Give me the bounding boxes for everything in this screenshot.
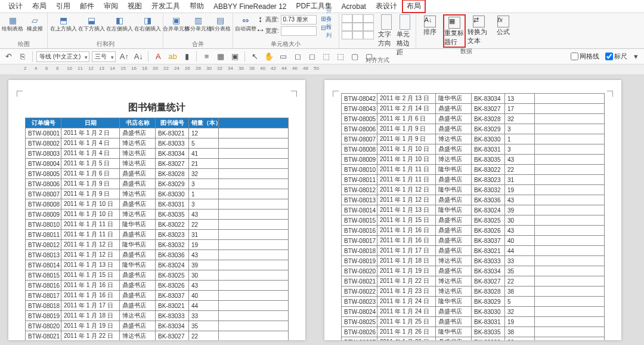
- table-cell[interactable]: 12: [189, 128, 219, 138]
- table-row[interactable]: BTW-080432011 年 2 月 14 日鼎盛书店BK-8302717: [342, 104, 605, 114]
- table-cell[interactable]: 44: [189, 301, 219, 311]
- table-cell[interactable]: 2011 年 2 月 14 日: [377, 104, 436, 114]
- table-cell[interactable]: 43: [505, 155, 535, 165]
- menu-review[interactable]: 审阅: [99, 0, 123, 13]
- table-cell[interactable]: BTW-08027: [342, 337, 377, 341]
- table-row[interactable]: BTW-080122011 年 1 月 12 日隆华书店BK-8303219: [342, 185, 605, 195]
- table-cell[interactable]: 鼎盛书店: [120, 270, 156, 281]
- undo-icon[interactable]: ↶: [2, 51, 14, 63]
- table-cell[interactable]: BK-83031: [472, 144, 505, 155]
- table-cell[interactable]: BK-83027: [472, 104, 505, 114]
- shape5-icon[interactable]: ▢: [349, 51, 361, 63]
- highlight-icon[interactable]: ab: [166, 51, 178, 63]
- table-cell[interactable]: BTW-08022: [342, 287, 377, 297]
- table-row[interactable]: BTW-080132011 年 1 月 12 日鼎盛书店BK-8303643: [342, 195, 605, 205]
- table-cell[interactable]: [535, 134, 605, 144]
- align-tc[interactable]: [352, 14, 363, 23]
- table-cell[interactable]: BTW-08010: [26, 220, 61, 230]
- table-row[interactable]: BTW-080062011 年 1 月 9 日鼎盛书店BK-830293: [26, 179, 289, 189]
- table-row[interactable]: BTW-080192011 年 1 月 18 日博达书店BK-8303333: [342, 256, 605, 266]
- table-cell[interactable]: [219, 159, 289, 169]
- table-cell[interactable]: [535, 327, 605, 337]
- table-cell[interactable]: 隆华书店: [120, 260, 156, 270]
- table-cell[interactable]: 17: [505, 104, 535, 114]
- table-cell[interactable]: 2011 年 1 月 9 日: [377, 124, 436, 134]
- table-cell[interactable]: BK-83024: [156, 260, 189, 270]
- table-cell[interactable]: BK-83025: [156, 270, 189, 281]
- table-cell[interactable]: 2011 年 1 月 10 日: [377, 155, 436, 165]
- select-icon[interactable]: ▭: [277, 51, 289, 63]
- table-cell[interactable]: 鼎盛书店: [436, 195, 472, 205]
- table-cell[interactable]: BTW-08008: [26, 199, 61, 210]
- align-tl[interactable]: [342, 14, 352, 23]
- table-icon[interactable]: ▣: [229, 51, 241, 63]
- menu-acrobat[interactable]: Acrobat: [337, 1, 371, 12]
- book-sales-table-continued[interactable]: BTW-080422011 年 2 月 13 日隆华书店BK-8303413BT…: [341, 93, 605, 340]
- column-header[interactable]: [219, 118, 289, 128]
- table-cell[interactable]: [219, 138, 289, 149]
- column-header[interactable]: 日期: [61, 118, 120, 128]
- table-cell[interactable]: BTW-08011: [26, 230, 61, 240]
- table-cell[interactable]: 2011 年 1 月 16 日: [377, 226, 436, 236]
- table-cell[interactable]: [219, 321, 289, 331]
- table-cell[interactable]: 2011 年 1 月 9 日: [377, 134, 436, 144]
- table-cell[interactable]: BK-83028: [472, 287, 505, 297]
- table-cell[interactable]: 博达书店: [120, 159, 156, 169]
- table-row[interactable]: BTW-080242011 年 1 月 24 日鼎盛书店BK-8303032: [342, 307, 605, 317]
- table-row[interactable]: BTW-080152011 年 1 月 15 日鼎盛书店BK-8302530: [26, 270, 289, 281]
- table-cell[interactable]: 博达书店: [120, 210, 156, 220]
- align-mr[interactable]: [363, 23, 374, 31]
- table-cell[interactable]: 鼎盛书店: [436, 337, 472, 341]
- table-row[interactable]: BTW-080052011 年 1 月 6 日鼎盛书店BK-8302832: [26, 169, 289, 179]
- table-cell[interactable]: [535, 287, 605, 297]
- table-cell[interactable]: 鼎盛书店: [436, 266, 472, 276]
- menu-table-design[interactable]: 表设计: [371, 0, 402, 13]
- insert-below-button[interactable]: ⬓在下方插入: [78, 14, 104, 33]
- table-row[interactable]: BTW-080252011 年 1 月 25 日鼎盛书店BK-8303119: [342, 317, 605, 327]
- table-cell[interactable]: 2011 年 1 月 24 日: [377, 297, 436, 307]
- table-cell[interactable]: [535, 276, 605, 287]
- table-cell[interactable]: [219, 199, 289, 210]
- align-mc[interactable]: [352, 23, 363, 31]
- table-cell[interactable]: BTW-08023: [342, 297, 377, 307]
- menu-layout[interactable]: 布局: [27, 0, 51, 13]
- table-cell[interactable]: BK-83037: [472, 236, 505, 246]
- table-cell[interactable]: 22: [505, 276, 535, 287]
- table-cell[interactable]: [535, 175, 605, 185]
- table-cell[interactable]: BK-83037: [156, 291, 189, 301]
- table-cell[interactable]: 32: [189, 169, 219, 179]
- table-cell[interactable]: 鼎盛书店: [120, 291, 156, 301]
- table-cell[interactable]: 隆华书店: [120, 220, 156, 230]
- table-cell[interactable]: 2011 年 1 月 11 日: [61, 220, 120, 230]
- table-cell[interactable]: BK-83031: [472, 317, 505, 327]
- table-cell[interactable]: BTW-08018: [26, 301, 61, 311]
- table-cell[interactable]: 隆华书店: [436, 205, 472, 215]
- table-cell[interactable]: 40: [189, 291, 219, 301]
- table-cell[interactable]: 2011 年 1 月 5 日: [61, 159, 120, 169]
- table-cell[interactable]: BK-83032: [472, 185, 505, 195]
- text-direction-button[interactable]: 文字方向: [378, 14, 395, 48]
- table-cell[interactable]: BTW-08014: [342, 205, 377, 215]
- table-cell[interactable]: BTW-08020: [26, 321, 61, 331]
- table-cell[interactable]: 鼎盛书店: [120, 281, 156, 291]
- table-row[interactable]: BTW-080132011 年 1 月 12 日鼎盛书店BK-8303643: [26, 250, 289, 260]
- table-cell[interactable]: 19: [505, 317, 535, 327]
- table-cell[interactable]: 19: [189, 240, 219, 250]
- table-cell[interactable]: 2011 年 1 月 6 日: [377, 114, 436, 124]
- repeat-header-button[interactable]: ▦重复标题行: [443, 14, 466, 48]
- table-cell[interactable]: [535, 236, 605, 246]
- table-cell[interactable]: 40: [505, 236, 535, 246]
- table-cell[interactable]: 19: [505, 185, 535, 195]
- table-row[interactable]: BTW-080102011 年 1 月 11 日隆华书店BK-8302222: [26, 220, 289, 230]
- table-cell[interactable]: 2011 年 1 月 24 日: [377, 307, 436, 317]
- table-cell[interactable]: BK-83030: [472, 307, 505, 317]
- table-cell[interactable]: 31: [189, 230, 219, 240]
- table-cell[interactable]: 1: [189, 189, 219, 199]
- table-cell[interactable]: 2011 年 1 月 12 日: [377, 195, 436, 205]
- split-cells-button[interactable]: ▥拆分单元格: [188, 14, 208, 33]
- table-row[interactable]: BTW-080112011 年 1 月 11 日鼎盛书店BK-8302331: [26, 230, 289, 240]
- table-cell[interactable]: BK-83029: [472, 297, 505, 307]
- table-cell[interactable]: BTW-08005: [342, 114, 377, 124]
- table-cell[interactable]: 鼎盛书店: [436, 317, 472, 327]
- table-cell[interactable]: BTW-08019: [342, 256, 377, 266]
